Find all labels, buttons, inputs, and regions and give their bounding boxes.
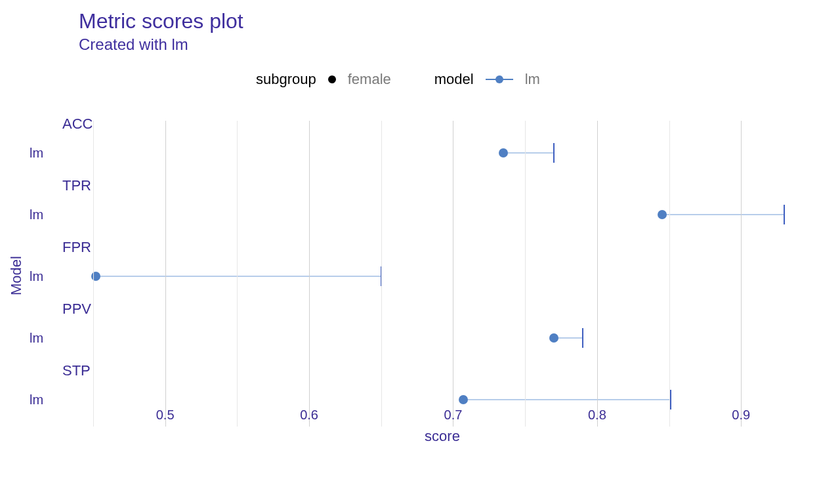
point-marker-icon	[499, 148, 508, 158]
x-gridline-major	[453, 121, 453, 427]
metric-row: FPR lm	[79, 235, 806, 298]
range-line	[662, 214, 784, 215]
end-tick-icon	[784, 205, 785, 224]
x-tick-label: 0.7	[444, 408, 463, 423]
metric-label: STP	[62, 362, 91, 379]
x-gridline-major	[597, 121, 598, 427]
legend: subgroup female model lm	[256, 71, 540, 88]
legend-model-glyph-icon	[486, 75, 513, 83]
metric-label: ACC	[62, 116, 93, 133]
range-line	[503, 152, 554, 154]
model-label: lm	[30, 392, 43, 408]
metric-row: STP lm	[79, 358, 806, 421]
x-axis-label: score	[425, 428, 460, 445]
metric-row: TPR lm	[79, 173, 806, 236]
point-marker-icon	[549, 333, 558, 343]
x-gridline-major	[309, 121, 310, 427]
x-gridline-minor	[93, 121, 94, 427]
range-line	[463, 399, 671, 400]
range-line	[96, 276, 381, 277]
x-gridline-minor	[237, 121, 238, 427]
metric-label: PPV	[62, 301, 91, 318]
legend-model-value: lm	[525, 71, 540, 88]
x-tick-label: 0.5	[156, 408, 175, 423]
end-tick-icon	[670, 390, 671, 410]
legend-subgroup-label: subgroup	[256, 71, 316, 88]
x-gridline-minor	[669, 121, 670, 427]
model-label: lm	[30, 146, 43, 161]
legend-model-label: model	[434, 71, 474, 88]
chart-subtitle: Created with lm	[79, 35, 188, 54]
plot-area: Model ACC lm TPR lm FPR lm PPV lm	[79, 105, 806, 446]
chart-title: Metric scores plot	[79, 9, 243, 33]
legend-subgroup-value: female	[348, 71, 391, 88]
chart-container: Metric scores plot Created with lm subgr…	[0, 0, 819, 504]
model-label: lm	[30, 331, 43, 346]
x-tick-label: 0.6	[300, 408, 318, 423]
end-tick-icon	[582, 328, 583, 348]
point-marker-icon	[459, 395, 468, 404]
end-tick-icon	[553, 143, 555, 163]
point-marker-icon	[658, 210, 667, 219]
x-tick-label: 0.8	[588, 408, 606, 423]
x-gridline-minor	[525, 121, 526, 427]
model-label: lm	[30, 269, 43, 284]
legend-dot-icon	[328, 75, 336, 83]
metric-row: PPV lm	[79, 297, 806, 360]
x-tick-label: 0.9	[732, 408, 750, 423]
metric-label: FPR	[62, 239, 91, 256]
metric-label: TPR	[62, 177, 91, 194]
model-label: lm	[30, 207, 43, 222]
x-gridline-minor	[381, 121, 382, 427]
metric-row: ACC lm	[79, 112, 806, 175]
y-axis-label: Model	[8, 256, 25, 295]
x-gridline-major	[165, 121, 166, 427]
x-gridline-major	[741, 121, 742, 427]
